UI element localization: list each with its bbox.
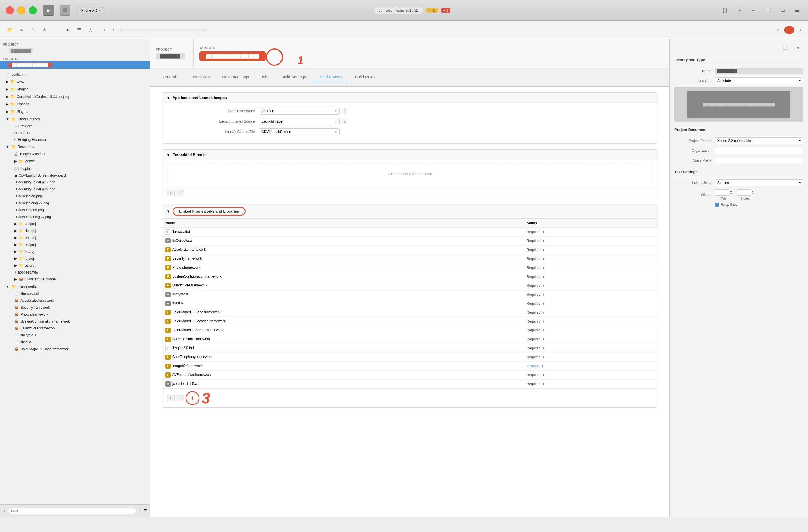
linked-frameworks-header[interactable]: ▼ Linked Frameworks and Libraries 2 (162, 204, 658, 219)
sidebar-item-staging[interactable]: ▶ 📁 Staging (0, 86, 150, 93)
tag-icon[interactable]: ⎆ (16, 25, 26, 35)
linked-remove-btn[interactable]: − (176, 395, 184, 401)
sidebar-item-quartzcore[interactable]: 📦 QuartzCore.framework (0, 325, 150, 332)
organization-input[interactable] (715, 147, 803, 154)
table-row[interactable]: FSystemConfiguration.framework Required … (162, 272, 658, 281)
sidebar-item-it[interactable]: ▶ 📁 it.lproj (0, 255, 150, 262)
status-stepper[interactable]: ⬍ (542, 383, 545, 386)
table-cell-status[interactable]: Required ⬍ (523, 299, 658, 308)
panel-icon[interactable]: ▬ (792, 5, 802, 16)
tab-up-arrow[interactable]: ▲ (730, 189, 732, 192)
sidebar-item-config-folder[interactable]: ▶ 📁 config (0, 158, 150, 165)
status-stepper[interactable]: ⬍ (542, 266, 545, 270)
minimize-button[interactable] (17, 6, 25, 14)
status-stepper[interactable]: ⬍ (542, 347, 545, 350)
sidebar-item-photos[interactable]: 📦 Photos.framework (0, 311, 150, 318)
sidebar-item-gmvideo1[interactable]: GMVideoIcon.png (0, 206, 150, 214)
linked-add-btn[interactable]: + (166, 395, 175, 401)
table-cell-status[interactable]: Required ⬍ (523, 237, 658, 245)
sidebar-item-resources[interactable]: ▼ 📁 Resources (0, 143, 150, 151)
sidebar-item-ca[interactable]: ▶ 📁 ca.lproj (0, 220, 150, 227)
editor-forward-btn[interactable]: › (797, 26, 803, 34)
indent-using-select[interactable]: Spaces ▾ (715, 180, 803, 186)
sidebar-item-fr[interactable]: ▶ 📁 fr.lproj (0, 248, 150, 255)
tab-resource-tags[interactable]: Resource Tags (217, 72, 255, 82)
table-row[interactable]: FCoreTelephony.framework Required ⬍ (162, 353, 658, 362)
name-input[interactable] (715, 68, 803, 74)
sidebar-target-item[interactable]: ████████████████ (0, 61, 150, 69)
sidebar-item-classes[interactable]: ▶ 📁 Classes (0, 100, 150, 108)
table-row[interactable]: FPhotos.framework Required ⬍ (162, 263, 658, 272)
table-cell-status[interactable]: Required ⬍ (523, 308, 658, 317)
status-stepper[interactable]: ⬍ (542, 329, 545, 332)
status-stepper[interactable]: ⬍ (542, 338, 545, 341)
sidebar-project-item[interactable]: ████████ (0, 47, 150, 55)
indent-input[interactable]: 4 (737, 189, 751, 196)
table-row[interactable]: FImageIO.framework Optional ⬍ (162, 362, 658, 371)
sidebar-item-libresolv[interactable]: 📄 libresolv.tbd (0, 290, 150, 297)
nav-back-icon[interactable]: ↩ (749, 5, 759, 16)
table-row[interactable]: FQuartzCore.framework Required ⬍ (162, 281, 658, 290)
table-row[interactable]: FCoreLocation.framework Required ⬍ (162, 335, 658, 344)
panel-doc-icon[interactable]: 📄 (780, 44, 791, 54)
table-cell-status[interactable]: Required ⬍ (523, 272, 658, 281)
nav-forward-btn[interactable]: › (111, 26, 116, 34)
sidebar-item-sysconfg[interactable]: 📦 SystemConfiguration.framework (0, 318, 150, 325)
table-cell-status[interactable]: Required ⬍ (523, 353, 658, 362)
sidebar-item-plugins[interactable]: ▶ 📁 Plugins (0, 108, 150, 115)
status-stepper[interactable]: ⬍ (542, 239, 545, 243)
table-row[interactable]: FSecurity.framework Required ⬍ (162, 255, 658, 263)
status-stepper[interactable]: ⬍ (542, 275, 545, 278)
sidebar-item-xcassets[interactable]: 🖼 Images.xcassets (0, 151, 150, 158)
table-row[interactable]: Alibcrypto.a Required ⬍ (162, 290, 658, 299)
table-row[interactable]: Alibssl.a Required ⬍ (162, 299, 658, 308)
sidebar-item-www[interactable]: ▶ 📁 www (0, 78, 150, 86)
table-row[interactable]: flibresolv.tbd Required ⬍ (162, 227, 658, 237)
table-cell-status[interactable]: Required ⬍ (523, 255, 658, 263)
layout-icon[interactable]: ▭ (777, 5, 788, 16)
breadcrumb[interactable] (120, 29, 206, 32)
sidebar-item-main-m[interactable]: m main.m (0, 129, 150, 136)
table-cell-status[interactable]: Required ⬍ (523, 371, 658, 380)
table-cell-status[interactable]: Required ⬍ (523, 263, 658, 272)
nav-back-btn[interactable]: ‹ (102, 26, 108, 34)
table-row[interactable]: FBaiduMapAPI_Search.framework Required ⬍ (162, 326, 658, 335)
table-row[interactable]: FBaiduMapAPI_Location.framework Required… (162, 317, 658, 326)
tab-build-rules[interactable]: Build Rules (349, 72, 381, 82)
table-cell-status[interactable]: Required ⬍ (523, 326, 658, 335)
app-icons-info-btn[interactable]: ⊖ (342, 109, 347, 114)
app-icons-source-select[interactable]: AppIcon ⬍ (259, 108, 339, 114)
table-row[interactable]: Ajcore-ios-1.1.5.a Required ⬍ (162, 380, 658, 389)
sidebar-item-bridging-header[interactable]: h Bridging-Header.h (0, 136, 150, 143)
indent-up-arrow[interactable]: ▲ (752, 189, 754, 192)
warning-icon[interactable]: ⚠ (39, 25, 50, 35)
add-file-icon[interactable]: + (3, 508, 5, 514)
tab-build-settings[interactable]: Build Settings (276, 72, 312, 82)
status-stepper[interactable]: ⬍ (542, 293, 545, 296)
table-row[interactable]: AlibCordova.a Required ⬍ (162, 237, 658, 245)
device-selector[interactable]: iPhone XR ▾ (76, 7, 105, 14)
table-row[interactable]: FAVFoundation.framework Required ⬍ (162, 371, 658, 380)
app-icons-header[interactable]: ▼ App Icons and Launch Images (162, 93, 658, 103)
table-cell-status[interactable]: Required ⬍ (523, 317, 658, 326)
status-stepper[interactable]: ⬍ (542, 356, 545, 359)
sidebar-item-pt[interactable]: ▶ 📁 pt.lproj (0, 262, 150, 269)
sidebar-item-appbeep[interactable]: ♪ appbeep.wav (0, 269, 150, 276)
status-stepper[interactable]: ⬍ (542, 231, 545, 234)
status-stepper[interactable]: ⬍ (542, 320, 545, 323)
status-stepper[interactable]: ⬍ (542, 373, 545, 377)
tab-general[interactable]: General (156, 72, 182, 82)
tab-stepper-arrows[interactable]: ▲ ▼ (730, 189, 732, 195)
indent-stepper-arrows[interactable]: ▲ ▼ (752, 189, 754, 195)
table-cell-status[interactable]: Required ⬍ (523, 227, 658, 237)
target-icon[interactable]: ◎ (86, 25, 96, 35)
status-stepper[interactable]: ⬍ (542, 257, 545, 260)
tab-input[interactable]: 4 (715, 189, 729, 196)
table-row[interactable]: FBaiduMapAPI_Base.framework Required ⬍ (162, 308, 658, 317)
table-cell-status[interactable]: Required ⬍ (523, 281, 658, 290)
tab-capabilities[interactable]: Capabilities (183, 72, 215, 82)
sidebar-item-en[interactable]: ▶ 📁 en.lproj (0, 234, 150, 241)
location-select[interactable]: Absolute ▾ (715, 77, 803, 84)
sidebar-item-libssl[interactable]: 📄 libssl.a (0, 339, 150, 346)
embedded-remove-btn[interactable]: − (176, 190, 184, 196)
